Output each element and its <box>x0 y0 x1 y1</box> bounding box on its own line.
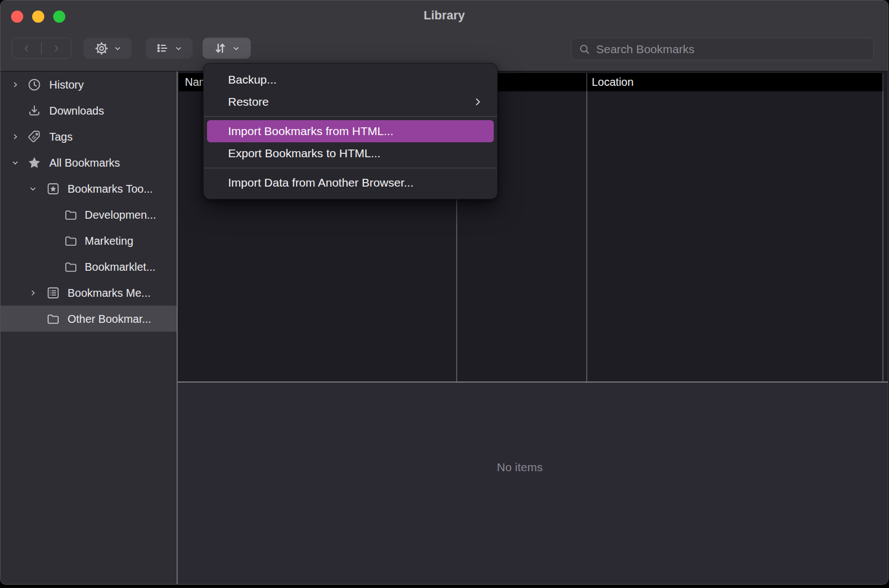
sidebar-item-marketing[interactable]: Marketing <box>1 228 177 254</box>
details-panel: No items <box>178 383 888 584</box>
column-resizer[interactable] <box>586 73 587 91</box>
bookmarks-toolbar-icon <box>46 182 60 196</box>
back-forward-group <box>12 38 71 59</box>
sidebar-item-label: Marketing <box>85 234 133 247</box>
folder-icon <box>46 312 60 326</box>
column-header-location[interactable]: Location <box>592 73 634 91</box>
views-button[interactable] <box>146 38 193 59</box>
column-resizer[interactable] <box>882 73 883 91</box>
sidebar-item-label: Bookmarklet... <box>85 260 156 273</box>
window-title: Library <box>1 8 888 23</box>
maintenance-button[interactable] <box>84 38 132 59</box>
sidebar-item-downloads[interactable]: Downloads <box>1 97 177 123</box>
import-export-button[interactable] <box>203 38 251 59</box>
folder-icon <box>64 234 78 248</box>
chevron-right-icon[interactable] <box>11 80 19 89</box>
menu-item-export-bookmarks-html[interactable]: Export Bookmarks to HTML... <box>204 142 497 164</box>
sidebar-item-label: History <box>49 78 84 91</box>
chevron-left-icon <box>22 44 32 53</box>
download-icon <box>27 104 42 118</box>
sidebar-item-label: Tags <box>49 130 73 143</box>
menu-item-restore[interactable]: Restore <box>204 91 497 113</box>
tag-icon <box>27 130 42 144</box>
sidebar-item-label: Downloads <box>49 104 104 117</box>
menu-separator <box>204 168 497 168</box>
chevron-down-icon[interactable] <box>29 184 37 193</box>
folder-icon <box>64 208 78 222</box>
sidebar-item-other-bookmarks[interactable]: Other Bookmar... <box>1 306 177 332</box>
sidebar-item-history[interactable]: History <box>1 71 177 97</box>
sidebar-item-label: Bookmarks Me... <box>68 286 151 299</box>
search-icon <box>578 43 591 55</box>
sidebar-item-label: Other Bookmar... <box>68 312 151 325</box>
column-divider-line <box>586 91 587 381</box>
menu-item-import-from-browser[interactable]: Import Data from Another Browser... <box>204 172 497 194</box>
chevron-right-icon[interactable] <box>29 288 37 297</box>
star-icon <box>27 156 42 170</box>
import-export-menu: Backup... Restore Import Bookmarks from … <box>203 63 498 199</box>
submenu-chevron-icon <box>473 97 483 107</box>
bullet-list-icon <box>156 41 170 55</box>
chevron-down-icon <box>232 44 240 53</box>
sidebar-item-label: Developmen... <box>85 208 156 221</box>
sidebar-item-label: All Bookmarks <box>49 156 120 169</box>
sidebar-item-tags[interactable]: Tags <box>1 123 177 149</box>
sidebar-item-development[interactable]: Developmen... <box>1 202 177 228</box>
chevron-down-icon[interactable] <box>11 158 19 167</box>
back-button[interactable] <box>12 38 41 58</box>
chevron-right-icon[interactable] <box>11 132 19 141</box>
folder-icon <box>64 260 78 274</box>
search-input[interactable] <box>596 43 866 56</box>
menu-item-backup[interactable]: Backup... <box>204 69 497 91</box>
gear-icon <box>94 41 109 56</box>
sidebar-item-bookmarks-menu[interactable]: Bookmarks Me... <box>1 280 177 306</box>
menu-item-import-bookmarks-html[interactable]: Import Bookmarks from HTML... <box>207 120 494 142</box>
menu-separator <box>204 116 497 117</box>
library-window: Library <box>0 0 888 585</box>
titlebar: Library <box>1 1 888 71</box>
chevron-down-icon <box>174 44 183 53</box>
menu-item-label: Restore <box>228 95 269 108</box>
clock-icon <box>27 78 42 92</box>
sidebar-item-all-bookmarks[interactable]: All Bookmarks <box>1 149 177 176</box>
sidebar-item-bookmarks-toolbar[interactable]: Bookmarks Too... <box>1 176 177 202</box>
column-divider-line <box>882 91 883 381</box>
sidebar-item-bookmarklets[interactable]: Bookmarklet... <box>1 254 177 280</box>
sidebar-item-label: Bookmarks Too... <box>68 182 153 195</box>
sidebar: History Downloads Tags <box>1 71 177 584</box>
chevron-down-icon <box>113 44 122 53</box>
chevron-right-icon <box>51 44 61 53</box>
sort-arrows-icon <box>213 41 228 55</box>
empty-message: No items <box>497 461 543 474</box>
bookmarks-menu-icon <box>46 286 60 300</box>
forward-button[interactable] <box>42 38 71 58</box>
search-field <box>571 38 874 60</box>
